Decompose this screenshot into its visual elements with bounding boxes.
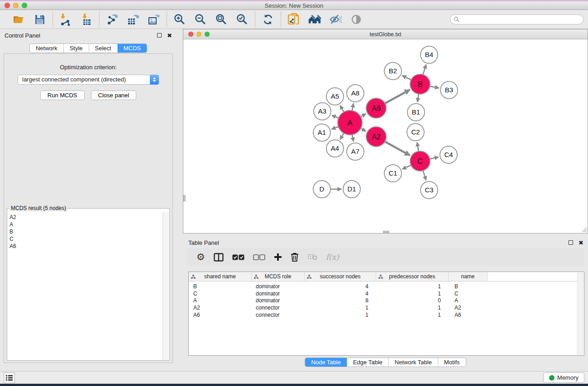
zoom-selected-icon[interactable] — [235, 13, 249, 26]
function-builder-icon[interactable]: f(x) — [326, 253, 339, 262]
tab-motifs[interactable]: Motifs — [438, 358, 466, 367]
table-cell[interactable]: B — [449, 283, 488, 290]
table-row[interactable]: Bdominator41B — [189, 283, 584, 290]
graph-node-B1[interactable]: B1 — [407, 104, 425, 121]
graph-edge-B-B4[interactable] — [423, 65, 426, 75]
tab-style[interactable]: Style — [64, 44, 89, 52]
graph-node-C[interactable]: C — [410, 151, 430, 171]
table-cell[interactable]: 4 — [305, 283, 376, 290]
graph-node-A8[interactable]: A8 — [347, 85, 364, 102]
graph-edge-B-B3[interactable] — [430, 86, 439, 88]
table-cell[interactable]: dominator — [252, 297, 305, 304]
tab-mcds[interactable]: MCDS — [118, 44, 147, 52]
graph-node-C3[interactable]: C3 — [421, 181, 438, 199]
column-header[interactable]: name — [449, 272, 488, 281]
graph-edge-A-A3[interactable] — [332, 115, 339, 118]
table-cell[interactable]: 4 — [305, 291, 376, 297]
table-cell[interactable]: C — [449, 291, 488, 297]
table-cell[interactable]: 1 — [376, 312, 449, 318]
graph-node-A5[interactable]: A5 — [326, 88, 344, 105]
graph-edge-A-A7[interactable] — [352, 135, 354, 142]
memory-button[interactable]: Memory — [543, 372, 584, 383]
table-cell[interactable]: 1 — [376, 291, 449, 297]
optimization-criterion-select[interactable]: largest connected component (directed) — [18, 75, 159, 85]
hide-graphics-details-icon[interactable] — [329, 13, 342, 26]
result-scrollbar[interactable] — [163, 212, 169, 360]
table-cell[interactable]: A2 — [189, 305, 252, 311]
graph-edge-A-A1[interactable] — [332, 127, 339, 129]
graph-node-A3[interactable]: A3 — [314, 103, 331, 120]
zoom-in-icon[interactable] — [173, 13, 186, 26]
float-panel-icon[interactable] — [569, 240, 573, 245]
table-cell[interactable]: A6 — [449, 312, 488, 318]
graph-node-A4[interactable]: A4 — [326, 140, 344, 157]
table-row[interactable]: Adominator80A — [189, 297, 584, 305]
show-column-icon[interactable] — [214, 253, 224, 262]
column-header[interactable]: predecessor nodes — [376, 272, 449, 281]
graph-node-A2[interactable]: A2 — [366, 127, 386, 147]
tab-edge-table[interactable]: Edge Table — [347, 358, 389, 367]
table-cell[interactable]: 8 — [305, 297, 376, 304]
graph-node-B[interactable]: B — [410, 74, 430, 94]
graph-node-C2[interactable]: C2 — [407, 124, 424, 141]
select-all-columns-icon[interactable] — [232, 254, 244, 260]
refresh-icon[interactable] — [261, 13, 275, 26]
import-table-icon[interactable] — [80, 13, 93, 26]
zoom-fit-icon[interactable] — [215, 13, 228, 26]
float-panel-icon[interactable] — [157, 33, 162, 38]
close-window-icon[interactable] — [188, 32, 193, 37]
show-task-history-button[interactable] — [4, 372, 15, 383]
graph-edge-A-A5[interactable] — [340, 105, 344, 112]
close-panel-icon[interactable]: ✖ — [578, 239, 583, 246]
list-item[interactable]: A6 — [10, 243, 162, 250]
graph-edge-A-A4[interactable] — [340, 133, 344, 139]
table-row[interactable]: Cdominator41C — [189, 290, 584, 297]
clone-network-icon[interactable] — [287, 13, 301, 26]
table-row[interactable]: A6connector11A6 — [189, 311, 584, 319]
add-column-icon[interactable] — [274, 253, 282, 261]
table-cell[interactable]: 1 — [305, 305, 376, 311]
column-header[interactable]: shared name — [189, 272, 252, 281]
tab-select[interactable]: Select — [89, 44, 118, 52]
delete-columns-icon[interactable] — [291, 253, 299, 262]
unselect-all-columns-icon[interactable] — [253, 254, 265, 260]
table-cell[interactable]: A — [449, 297, 488, 304]
graph-node-A[interactable]: A — [338, 110, 362, 135]
table-cell[interactable]: connector — [252, 305, 305, 311]
table-cell[interactable]: connector — [252, 312, 305, 318]
horizontal-scroll-thumb[interactable] — [383, 231, 389, 233]
search-input[interactable] — [461, 16, 583, 23]
table-row[interactable]: A2connector11A2 — [189, 304, 584, 311]
table-cell[interactable]: 1 — [376, 305, 449, 311]
list-item[interactable]: C — [10, 235, 162, 243]
graph-edge-A-A2[interactable] — [361, 129, 366, 131]
table-cell[interactable]: 1 — [305, 312, 376, 318]
graph-node-C4[interactable]: C4 — [440, 146, 457, 163]
table-options-icon[interactable]: ⚙ — [196, 253, 205, 262]
graph-edge-B-B2[interactable] — [402, 76, 411, 80]
table-cell[interactable]: dominator — [252, 283, 305, 290]
graph-edge-A6-B[interactable] — [385, 90, 410, 103]
network-canvas[interactable]: AA6A2BCA5A8A3A1A4A7B2B4B3B1C2C4C1C3DD1 — [183, 39, 588, 233]
table-cell[interactable]: 0 — [376, 297, 449, 304]
zoom-window-icon[interactable] — [205, 32, 210, 37]
home-icon[interactable] — [308, 13, 321, 26]
list-item[interactable]: B — [10, 228, 162, 235]
export-image-icon[interactable] — [147, 13, 161, 26]
vertical-scroll-thumb[interactable] — [183, 195, 186, 201]
list-item[interactable]: A2 — [10, 214, 162, 221]
graph-edge-A2-C[interactable] — [385, 142, 410, 156]
table-cell[interactable]: 1 — [376, 283, 449, 290]
graph-node-B3[interactable]: B3 — [440, 81, 458, 99]
column-header[interactable]: MCDS role — [252, 272, 305, 281]
search-field[interactable] — [450, 14, 583, 24]
graph-edge-A-A6[interactable] — [361, 114, 366, 117]
graph-edge-C-C4[interactable] — [430, 157, 438, 159]
graph-edge-B-B1[interactable] — [417, 94, 419, 102]
table-cell[interactable]: A6 — [189, 312, 252, 318]
graph-edge-C-C3[interactable] — [423, 171, 426, 180]
close-panel-button[interactable]: Close panel — [91, 91, 137, 100]
table-cell[interactable]: dominator — [252, 291, 305, 297]
graph-node-B2[interactable]: B2 — [384, 62, 402, 80]
show-graphics-details-icon[interactable] — [349, 13, 363, 26]
